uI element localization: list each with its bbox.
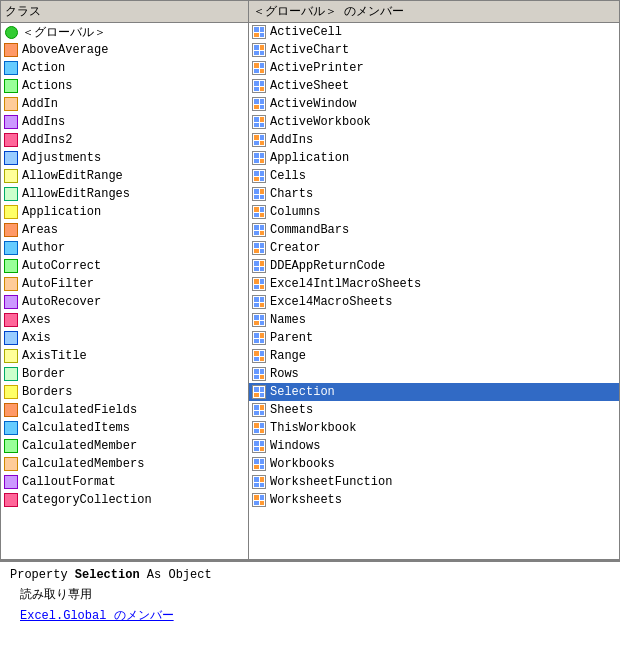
right-list-item[interactable]: AddIns [249,131,619,149]
right-list-item[interactable]: Creator [249,239,619,257]
class-icon [3,96,19,112]
right-list-item[interactable]: Columns [249,203,619,221]
left-list-item[interactable]: CalculatedItems [1,419,248,437]
left-list-item[interactable]: AddIn [1,95,248,113]
member-label: ActiveSheet [270,79,349,93]
right-list-item[interactable]: Cells [249,167,619,185]
class-label: Axis [22,331,51,345]
right-list-item[interactable]: ActiveSheet [249,77,619,95]
left-list-item[interactable]: Axes [1,311,248,329]
left-panel-content[interactable]: ＜グローバル＞AboveAverageActionActionsAddInAdd… [1,23,248,559]
left-list-item[interactable]: AutoFilter [1,275,248,293]
member-icon [251,150,267,166]
member-icon [251,132,267,148]
class-label: AddIn [22,97,58,111]
class-label: AddIns [22,115,65,129]
left-list-item[interactable]: Application [1,203,248,221]
left-list-item[interactable]: CalculatedFields [1,401,248,419]
member-icon [251,474,267,490]
right-list-item[interactable]: Range [249,347,619,365]
member-icon [251,276,267,292]
right-list-item[interactable]: WorksheetFunction [249,473,619,491]
left-list-item[interactable]: AutoRecover [1,293,248,311]
left-list-item[interactable]: AllowEditRanges [1,185,248,203]
left-list-item[interactable]: AxisTitle [1,347,248,365]
left-list-item[interactable]: Actions [1,77,248,95]
left-list-item[interactable]: Author [1,239,248,257]
left-list-item[interactable]: CalculatedMembers [1,455,248,473]
class-label: CalculatedFields [22,403,137,417]
class-icon [3,348,19,364]
left-list-item[interactable]: CategoryCollection [1,491,248,509]
class-icon [3,240,19,256]
member-icon [251,420,267,436]
right-list-item[interactable]: ActiveCell [249,23,619,41]
class-icon [3,312,19,328]
right-list-item[interactable]: Application [249,149,619,167]
left-list-item[interactable]: CalloutFormat [1,473,248,491]
member-icon [251,96,267,112]
right-panel-content[interactable]: ActiveCellActiveChartActivePrinterActive… [249,23,619,559]
right-list-item[interactable]: Rows [249,365,619,383]
right-list-item[interactable]: ThisWorkbook [249,419,619,437]
left-list-item[interactable]: Borders [1,383,248,401]
left-list-item[interactable]: Action [1,59,248,77]
property-keyword: Property [10,568,68,582]
member-label: ThisWorkbook [270,421,356,435]
right-list-item[interactable]: DDEAppReturnCode [249,257,619,275]
left-list-item[interactable]: CalculatedMember [1,437,248,455]
member-label: Charts [270,187,313,201]
class-label: AboveAverage [22,43,108,57]
right-list-item[interactable]: Excel4MacroSheets [249,293,619,311]
class-icon [3,330,19,346]
right-list-item[interactable]: Charts [249,185,619,203]
member-label: Selection [270,385,335,399]
right-list-item[interactable]: Sheets [249,401,619,419]
class-icon [3,420,19,436]
class-label: CalculatedItems [22,421,130,435]
left-list-item[interactable]: Axis [1,329,248,347]
left-list-item[interactable]: Adjustments [1,149,248,167]
member-label: Application [270,151,349,165]
class-label: Application [22,205,101,219]
class-label: Borders [22,385,72,399]
class-label: Action [22,61,65,75]
member-label: ActiveCell [270,25,342,39]
left-panel: クラス ＜グローバル＞AboveAverageActionActionsAddI… [0,0,248,560]
right-list-item[interactable]: Workbooks [249,455,619,473]
left-panel-header: クラス [1,1,248,23]
left-list-item[interactable]: Border [1,365,248,383]
right-list-item[interactable]: Names [249,311,619,329]
class-label: AutoRecover [22,295,101,309]
right-list-item[interactable]: Windows [249,437,619,455]
right-list-item[interactable]: Parent [249,329,619,347]
property-type: As Object [147,568,212,582]
member-icon [251,204,267,220]
right-list-item[interactable]: ActiveWindow [249,95,619,113]
left-list-item[interactable]: AddIns2 [1,131,248,149]
left-list-item[interactable]: AboveAverage [1,41,248,59]
right-list-item[interactable]: ActivePrinter [249,59,619,77]
member-link[interactable]: Excel.Global のメンバー [10,607,610,624]
left-list-item[interactable]: AllowEditRange [1,167,248,185]
right-panel-header: ＜グローバル＞ のメンバー [249,1,619,23]
member-icon [251,366,267,382]
member-icon [251,240,267,256]
right-list-item[interactable]: CommandBars [249,221,619,239]
right-list-item[interactable]: ActiveChart [249,41,619,59]
left-list-item[interactable]: ＜グローバル＞ [1,23,248,41]
left-list-item[interactable]: AutoCorrect [1,257,248,275]
class-label: Border [22,367,65,381]
member-label: Cells [270,169,306,183]
member-label: DDEAppReturnCode [270,259,385,273]
class-label: Author [22,241,65,255]
member-icon [251,168,267,184]
right-list-item[interactable]: ActiveWorkbook [249,113,619,131]
right-list-item[interactable]: Excel4IntlMacroSheets [249,275,619,293]
left-list-item[interactable]: AddIns [1,113,248,131]
left-list-item[interactable]: Areas [1,221,248,239]
right-list-item[interactable]: Selection [249,383,619,401]
right-list-item[interactable]: Worksheets [249,491,619,509]
member-label: Workbooks [270,457,335,471]
class-icon [3,60,19,76]
